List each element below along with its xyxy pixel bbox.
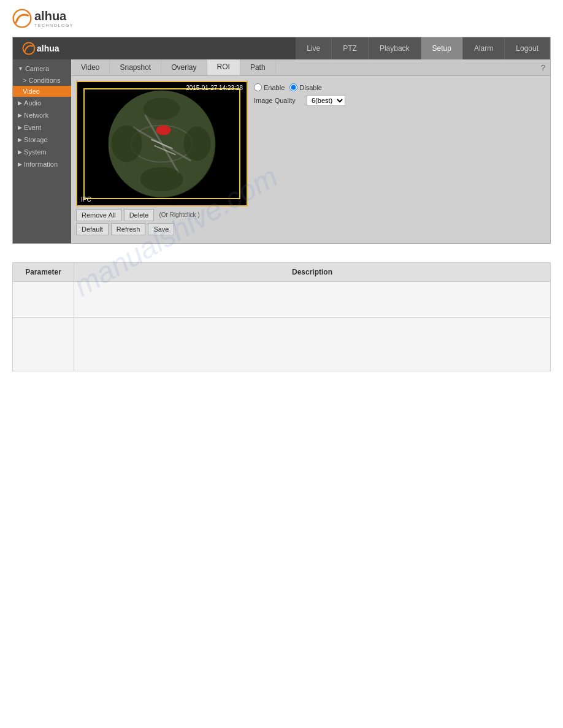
nav-live-button[interactable]: Live — [296, 37, 332, 59]
video-buttons-row1: Remove All Delete (Or Rightclick ) — [76, 209, 248, 221]
enable-label-text: Enable — [264, 84, 285, 91]
sidebar: ▼ Camera > Conditions Video ▶ Audio ▶ Ne… — [13, 59, 71, 243]
app-container: alhua Live PTZ Playback Setup Alarm Logo… — [12, 37, 551, 244]
camera-arrow-icon: ▼ — [18, 66, 23, 72]
content-area: ▼ Camera > Conditions Video ▶ Audio ▶ Ne… — [13, 59, 550, 243]
delete-button[interactable]: Delete — [124, 209, 155, 221]
nav-logout-button[interactable]: Logout — [505, 37, 550, 59]
rightclick-hint: (Or Rightclick ) — [156, 209, 202, 221]
doc-table: Parameter Description — [12, 262, 551, 371]
nav-ptz-button[interactable]: PTZ — [332, 37, 369, 59]
table-cell-param-1 — [13, 282, 74, 318]
enable-radio-label[interactable]: Enable — [254, 83, 285, 91]
event-arrow-icon: ▶ — [18, 124, 22, 131]
nav-brand-name: alhua — [37, 44, 59, 53]
table-cell-desc-2 — [74, 318, 551, 371]
sidebar-section-network[interactable]: ▶ Network — [13, 109, 71, 121]
table-header-param: Parameter — [13, 263, 74, 282]
audio-arrow-icon: ▶ — [18, 100, 22, 106]
svg-point-0 — [13, 10, 31, 28]
tab-overlay[interactable]: Overlay — [161, 60, 207, 75]
nav-buttons: Live PTZ Playback Setup Alarm Logout — [296, 37, 550, 59]
sidebar-section-system[interactable]: ▶ System — [13, 146, 71, 158]
nav-logo: alhua — [13, 42, 296, 55]
image-quality-row: Image Quality 6(best) 5 4 3 2 1 — [254, 95, 545, 106]
table-cell-param-2 — [13, 318, 74, 371]
nav-playback-button[interactable]: Playback — [369, 37, 421, 59]
main-panel: Video Snapshot Overlay ROI Path ? 2015-0… — [71, 59, 550, 243]
brand-name: alhua — [34, 9, 74, 23]
tab-snapshot[interactable]: Snapshot — [110, 60, 161, 75]
table-row — [13, 318, 551, 371]
sidebar-item-conditions[interactable]: > Conditions — [13, 75, 71, 86]
sidebar-section-camera[interactable]: ▼ Camera — [13, 63, 71, 75]
table-header-desc: Description — [74, 263, 551, 282]
tab-path[interactable]: Path — [240, 60, 276, 75]
brand-subtitle: TECHNOLOGY — [34, 23, 74, 28]
quality-select[interactable]: 6(best) 5 4 3 2 1 — [307, 95, 345, 106]
info-arrow-icon: ▶ — [18, 161, 22, 167]
top-logo-bar: alhua TECHNOLOGY — [0, 0, 563, 37]
image-quality-label: Image Quality — [254, 97, 303, 104]
sidebar-storage-label: Storage — [24, 136, 48, 143]
sidebar-section-storage[interactable]: ▶ Storage — [13, 134, 71, 146]
video-area: 2015-01-27 14:23:28 — [76, 81, 248, 235]
brand-logo-icon — [12, 9, 32, 28]
enable-radio[interactable] — [254, 83, 262, 91]
video-ipc-label: IPC — [81, 196, 91, 203]
sidebar-audio-label: Audio — [24, 99, 41, 107]
remove-all-button[interactable]: Remove All — [76, 209, 121, 221]
disable-radio[interactable] — [289, 83, 297, 91]
sidebar-section-audio[interactable]: ▶ Audio — [13, 97, 71, 109]
panel-content: 2015-01-27 14:23:28 — [71, 76, 550, 240]
video-container: 2015-01-27 14:23:28 — [76, 81, 248, 207]
sidebar-information-label: Information — [24, 161, 58, 168]
settings-area: Enable Disable Image Quality 6(best) — [254, 81, 545, 235]
storage-arrow-icon: ▶ — [18, 137, 22, 143]
video-buttons-row2: Default Refresh Save — [76, 223, 248, 235]
roi-selection-box — [83, 88, 240, 199]
default-button[interactable]: Default — [76, 223, 109, 235]
disable-label-text: Disable — [299, 84, 322, 91]
save-button[interactable]: Save — [148, 223, 174, 235]
svg-point-1 — [23, 42, 34, 54]
help-icon[interactable]: ? — [536, 63, 550, 72]
enable-disable-radio-group: Enable Disable — [254, 83, 322, 91]
sidebar-system-label: System — [24, 148, 47, 156]
video-timestamp: 2015-01-27 14:23:28 — [186, 85, 243, 91]
system-arrow-icon: ▶ — [18, 149, 22, 155]
refresh-button[interactable]: Refresh — [111, 223, 146, 235]
sidebar-item-video[interactable]: Video — [13, 86, 71, 97]
brand-logo: alhua TECHNOLOGY — [12, 9, 74, 28]
tab-video[interactable]: Video — [71, 60, 110, 75]
sidebar-section-information[interactable]: ▶ Information — [13, 158, 71, 170]
disable-radio-label[interactable]: Disable — [289, 83, 322, 91]
enable-disable-row: Enable Disable — [254, 83, 545, 91]
sidebar-network-label: Network — [24, 112, 48, 119]
nav-logo-icon — [22, 42, 36, 55]
tab-bar: Video Snapshot Overlay ROI Path ? — [71, 59, 550, 76]
tab-roi[interactable]: ROI — [207, 59, 240, 75]
nav-bar: alhua Live PTZ Playback Setup Alarm Logo… — [13, 37, 550, 59]
sidebar-event-label: Event — [24, 124, 41, 131]
nav-setup-button[interactable]: Setup — [421, 37, 463, 59]
table-row — [13, 282, 551, 318]
network-arrow-icon: ▶ — [18, 112, 22, 118]
sidebar-camera-label: Camera — [25, 65, 49, 72]
nav-alarm-button[interactable]: Alarm — [463, 37, 505, 59]
table-cell-desc-1 — [74, 282, 551, 318]
sidebar-section-event[interactable]: ▶ Event — [13, 121, 71, 134]
